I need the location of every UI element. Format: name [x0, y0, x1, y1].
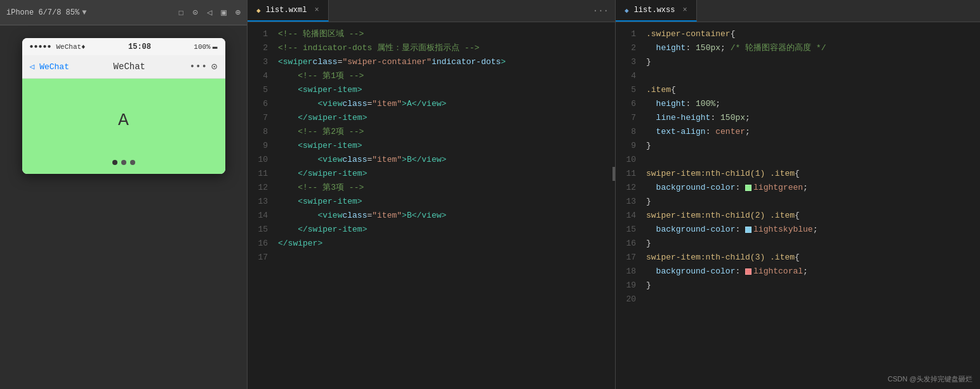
css-line-7: line-height: 150px; — [646, 111, 980, 125]
css-line-10 — [646, 153, 980, 167]
css-line-15: background-color: lightskyblue; — [646, 223, 980, 237]
chevron-down-icon: ▼ — [82, 8, 86, 17]
code-line-5: <swiper-item> — [278, 83, 615, 97]
code-line-4: <!-- 第1项 --> — [278, 69, 615, 83]
more-dots[interactable]: ••• — [190, 62, 208, 72]
battery-area: 100% ▬ — [194, 42, 217, 51]
wxml-tab[interactable]: ◆ list.wxml × — [248, 0, 329, 22]
swiper-letter: A — [118, 110, 129, 130]
css-line-12: background-color: lightgreen; — [646, 181, 980, 195]
wxss-tab-close[interactable]: × — [682, 6, 687, 15]
code-line-10: <view class="item">B</view> — [278, 153, 615, 167]
css-line-16: } — [646, 237, 980, 251]
code-line-2: <!-- indicator-dots 属性：显示面板指示点 --> — [278, 41, 615, 55]
swiper-dot-3 — [130, 160, 135, 165]
code-line-6: <view class="item">A</view> — [278, 97, 615, 111]
css-line-9: } — [646, 139, 980, 153]
phone-status-bar: ●●●●● WeChat♦ 15:08 100% ▬ — [22, 38, 225, 55]
phone-nav-bar: ◁ WeChat WeChat ••• ⊙ — [22, 55, 225, 79]
phone-frame: ●●●●● WeChat♦ 15:08 100% ▬ ◁ WeChat WeCh… — [22, 38, 225, 174]
swatch-lightcoral — [745, 268, 752, 275]
battery-percent: 100% — [194, 43, 210, 51]
wxss-tab-icon: ◆ — [625, 6, 629, 15]
css-line-1: .swiper-container { — [646, 27, 980, 41]
wxml-editor-panel: ◆ list.wxml × ··· 12345 678910 111213141… — [248, 0, 616, 389]
css-line-14: swiper-item:nth-child(2) .item { — [646, 209, 980, 223]
swiper-dot-2 — [121, 160, 126, 165]
wxml-editor-content: 12345 678910 1112131415 1617 <!-- 轮播图区域 … — [248, 22, 615, 389]
nav-title: WeChat — [114, 62, 145, 72]
wxml-tab-close[interactable]: × — [314, 6, 319, 15]
phone-toolbar-icons: ☐ ⊙ ◁ ▣ ⊕ — [178, 7, 241, 18]
css-line-17: swiper-item:nth-child(3) .item { — [646, 251, 980, 265]
css-line-5: .item { — [646, 83, 980, 97]
network-label: WeChat♦ — [56, 43, 86, 51]
swatch-lightskyblue — [745, 227, 752, 233]
css-line-11: swiper-item:nth-child(1) .item { — [646, 167, 980, 181]
wxml-tab-label: list.wxml — [266, 6, 307, 15]
code-line-16: </swiper> — [278, 237, 615, 251]
nav-right-icons: ••• ⊙ — [190, 60, 218, 73]
back-icon[interactable]: ◁ — [207, 7, 212, 18]
code-line-11: </swiper-item> — [278, 167, 615, 181]
css-line-2: height: 150px; /* 轮播图容器的高度 */ — [646, 41, 980, 55]
code-line-7: </swiper-item> — [278, 111, 615, 125]
code-line-8: <!-- 第2项 --> — [278, 125, 615, 139]
phone-toolbar: iPhone 6/7/8 85% ▼ ☐ ⊙ ◁ ▣ ⊕ — [0, 0, 247, 25]
wxss-code-area[interactable]: .swiper-container { height: 150px; /* 轮播… — [641, 22, 980, 389]
phone-icon[interactable]: ☐ — [178, 7, 183, 18]
swiper-demo: A — [22, 79, 225, 174]
wxss-line-numbers: 12345 678910 1112131415 1617181920 — [616, 22, 641, 389]
code-line-13: <swiper-item> — [278, 195, 615, 209]
phone-screen-area: ●●●●● WeChat♦ 15:08 100% ▬ ◁ WeChat WeCh… — [0, 25, 247, 389]
wxss-editor-panel: ◆ list.wxss × 12345 678910 1112131415 16… — [616, 0, 980, 389]
wxml-tab-bar: ◆ list.wxml × ··· — [248, 0, 615, 22]
signal-dots: ●●●●● — [30, 43, 52, 50]
css-line-8: text-align: center; — [646, 125, 980, 139]
code-line-17 — [278, 251, 615, 265]
code-line-9: <swiper-item> — [278, 139, 615, 153]
battery-icon: ▬ — [213, 42, 218, 51]
swatch-lightgreen — [745, 185, 752, 191]
record-icon[interactable]: ⊙ — [192, 7, 197, 18]
device-label: iPhone 6/7/8 85% — [6, 8, 79, 17]
wxml-line-numbers: 12345 678910 1112131415 1617 — [248, 22, 273, 389]
more-icon: ··· — [593, 6, 609, 16]
code-line-1: <!-- 轮播图区域 --> — [278, 27, 615, 41]
wxss-tab-bar: ◆ list.wxss × — [616, 0, 980, 22]
wxss-tab[interactable]: ◆ list.wxss × — [616, 0, 697, 22]
watermark: CSDN @头发掉完键盘砸烂 — [888, 374, 972, 384]
wxss-tab-label: list.wxss — [634, 6, 675, 15]
css-line-19: } — [646, 279, 980, 293]
wxml-tab-icon: ◆ — [256, 6, 261, 15]
add-icon[interactable]: ⊕ — [235, 7, 241, 18]
code-line-3: <swiper class="swiper-container" indicat… — [278, 55, 615, 69]
code-line-12: <!-- 第3项 --> — [278, 181, 615, 195]
wxml-code-area[interactable]: <!-- 轮播图区域 --> <!-- indicator-dots 属性：显示… — [273, 22, 615, 389]
phone-signal: ●●●●● WeChat♦ — [30, 43, 86, 51]
wxss-editor-content: 12345 678910 1112131415 1617181920 .swip… — [616, 22, 980, 389]
css-line-20 — [646, 293, 980, 307]
css-line-18: background-color: lightcoral; — [646, 265, 980, 279]
swiper-dot-1 — [112, 160, 117, 165]
target-icon[interactable]: ⊙ — [211, 60, 218, 73]
css-line-4 — [646, 69, 980, 83]
wxml-tab-more[interactable]: ··· — [586, 0, 615, 22]
css-line-6: height: 100%; — [646, 97, 980, 111]
css-line-13: } — [646, 195, 980, 209]
status-time: 15:08 — [128, 43, 151, 51]
code-line-15: </swiper-item> — [278, 223, 615, 237]
scan-icon[interactable]: ▣ — [221, 7, 226, 18]
swiper-dots — [112, 160, 135, 165]
phone-panel: iPhone 6/7/8 85% ▼ ☐ ⊙ ◁ ▣ ⊕ ●●●●● WeCha… — [0, 0, 248, 389]
back-label[interactable]: ◁ WeChat — [30, 62, 69, 72]
device-selector[interactable]: iPhone 6/7/8 85% ▼ — [6, 8, 86, 17]
code-line-14: <view class="item">B</view> — [278, 209, 615, 223]
css-line-3: } — [646, 55, 980, 69]
